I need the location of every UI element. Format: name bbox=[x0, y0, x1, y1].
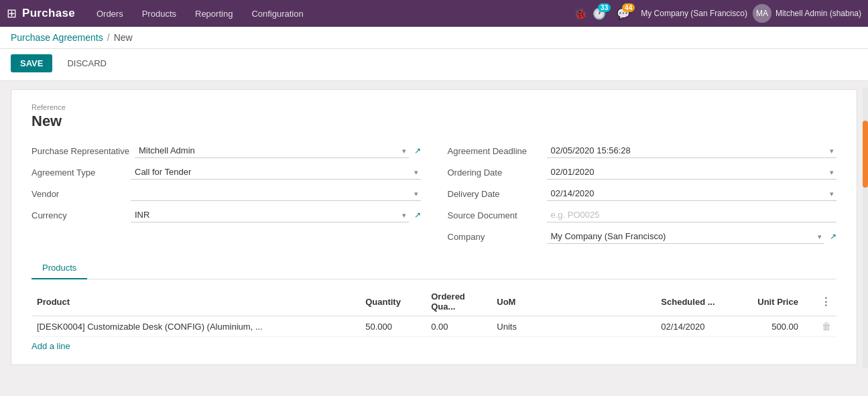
message-badge: 44 bbox=[622, 3, 635, 12]
agreement-deadline-field: 02/05/2020 15:56:28 bbox=[547, 143, 837, 158]
bug-icon[interactable]: 🐞 bbox=[574, 7, 587, 20]
company-select[interactable]: My Company (San Francisco) bbox=[547, 229, 825, 244]
agreement-type-select[interactable]: Call for Tender bbox=[131, 165, 421, 180]
cell-row-delete: 🗑 bbox=[804, 316, 836, 337]
currency-field: INR ↗ bbox=[131, 208, 421, 222]
currency-select[interactable]: INR bbox=[131, 208, 409, 222]
breadcrumb-current: New bbox=[114, 32, 133, 43]
app-brand[interactable]: Purchase bbox=[22, 7, 75, 20]
cell-uom: Units bbox=[491, 316, 656, 337]
currency-row: Currency INR ↗ bbox=[32, 208, 421, 222]
col-header-uom: UoM bbox=[491, 287, 656, 316]
source-document-row: Source Document bbox=[448, 208, 837, 222]
save-button[interactable]: SAVE bbox=[11, 54, 52, 72]
currency-label: Currency bbox=[32, 210, 125, 220]
form-right: Agreement Deadline 02/05/2020 15:56:28 O… bbox=[448, 143, 837, 244]
message-icon[interactable]: 💬 44 bbox=[617, 7, 630, 20]
agreement-deadline-select[interactable]: 02/05/2020 15:56:28 bbox=[547, 143, 837, 158]
ordering-date-row: Ordering Date 02/01/2020 bbox=[448, 165, 837, 180]
vendor-field bbox=[131, 186, 421, 201]
agreement-type-row: Agreement Type Call for Tender bbox=[32, 165, 421, 180]
top-nav: ⊞ Purchase Orders Products Reporting Con… bbox=[0, 0, 868, 27]
source-document-input[interactable] bbox=[547, 208, 837, 222]
action-bar: SAVE DISCARD bbox=[0, 49, 868, 81]
user-avatar: MA bbox=[753, 4, 771, 23]
topnav-right: 🐞 🕐 33 💬 44 My Company (San Francisco) M… bbox=[574, 4, 861, 23]
user-name: Mitchell Admin (shabna) bbox=[776, 9, 861, 18]
col-header-actions: ⋮ bbox=[804, 287, 836, 316]
col-header-ordered: Ordered Qua... bbox=[426, 287, 491, 316]
vendor-select[interactable] bbox=[131, 186, 421, 201]
reference-value: New bbox=[32, 113, 836, 130]
nav-configuration[interactable]: Configuration bbox=[243, 5, 311, 23]
agreement-deadline-label: Agreement Deadline bbox=[448, 146, 542, 156]
company-external-link[interactable]: ↗ bbox=[830, 232, 836, 241]
nav-orders[interactable]: Orders bbox=[88, 5, 131, 23]
table-header-row: Product Quantity Ordered Qua... UoM Sche… bbox=[32, 287, 836, 316]
currency-external-link[interactable]: ↗ bbox=[414, 210, 421, 220]
breadcrumb-separator: / bbox=[107, 32, 110, 43]
source-document-field bbox=[547, 208, 837, 222]
company-label: Company bbox=[448, 232, 542, 242]
purchase-rep-row: Purchase Representative Mitchell Admin ↗ bbox=[32, 143, 421, 158]
form-reference: Reference New bbox=[32, 103, 836, 130]
breadcrumb: Purchase Agreements / New bbox=[0, 27, 868, 49]
col-header-product: Product bbox=[32, 287, 360, 316]
col-header-price: Unit Price bbox=[738, 287, 804, 316]
grid-icon[interactable]: ⊞ bbox=[7, 6, 17, 21]
agreement-deadline-row: Agreement Deadline 02/05/2020 15:56:28 bbox=[448, 143, 837, 158]
tabs-bar: Products bbox=[32, 257, 836, 279]
table-row: [DESK0004] Customizable Desk (CONFIG) (A… bbox=[32, 316, 836, 337]
delivery-date-field: 02/14/2020 bbox=[547, 186, 837, 201]
breadcrumb-parent[interactable]: Purchase Agreements bbox=[11, 32, 103, 43]
purchase-rep-label: Purchase Representative bbox=[32, 146, 129, 156]
delivery-date-row: Delivery Date 02/14/2020 bbox=[448, 186, 837, 201]
source-document-label: Source Document bbox=[448, 210, 542, 220]
nav-reporting[interactable]: Reporting bbox=[187, 5, 241, 23]
table-kebab-icon[interactable]: ⋮ bbox=[820, 296, 831, 308]
user-menu[interactable]: MA Mitchell Admin (shabna) bbox=[753, 4, 861, 23]
form-grid: Purchase Representative Mitchell Admin ↗… bbox=[32, 143, 836, 244]
ordering-date-label: Ordering Date bbox=[448, 168, 542, 178]
activity-icon[interactable]: 🕐 33 bbox=[593, 7, 606, 20]
form-left: Purchase Representative Mitchell Admin ↗… bbox=[32, 143, 421, 244]
cell-unit-price: 500.00 bbox=[738, 316, 804, 337]
activity-badge: 33 bbox=[598, 3, 611, 12]
vendor-label: Vendor bbox=[32, 189, 125, 199]
cell-quantity: 50.000 bbox=[360, 316, 426, 337]
cell-ordered-qty: 0.00 bbox=[426, 316, 491, 337]
company-selector[interactable]: My Company (San Francisco) bbox=[641, 9, 747, 18]
ordering-date-field: 02/01/2020 bbox=[547, 165, 837, 180]
purchase-rep-select[interactable]: Mitchell Admin bbox=[135, 143, 409, 158]
agreement-type-field: Call for Tender bbox=[131, 165, 421, 180]
add-line-button[interactable]: Add a line bbox=[32, 341, 70, 351]
scrollbar-thumb[interactable] bbox=[863, 121, 868, 188]
delivery-date-select[interactable]: 02/14/2020 bbox=[547, 186, 837, 201]
cell-product[interactable]: [DESK0004] Customizable Desk (CONFIG) (A… bbox=[32, 316, 360, 337]
purchase-rep-field: Mitchell Admin ↗ bbox=[135, 143, 421, 158]
scrollbar-track[interactable] bbox=[863, 87, 868, 369]
vendor-row: Vendor bbox=[32, 186, 421, 201]
products-table: Product Quantity Ordered Qua... UoM Sche… bbox=[32, 287, 836, 337]
nav-menu: Orders Products Reporting Configuration bbox=[88, 5, 574, 23]
company-field: My Company (San Francisco) ↗ bbox=[547, 229, 837, 244]
discard-button[interactable]: DISCARD bbox=[58, 54, 116, 72]
ordering-date-select[interactable]: 02/01/2020 bbox=[547, 165, 837, 180]
company-row: Company My Company (San Francisco) ↗ bbox=[448, 229, 837, 244]
delivery-date-label: Delivery Date bbox=[448, 189, 542, 199]
main-form: Reference New Purchase Representative Mi… bbox=[11, 89, 857, 365]
cell-scheduled: 02/14/2020 bbox=[656, 316, 738, 337]
reference-label: Reference bbox=[32, 103, 836, 111]
agreement-type-label: Agreement Type bbox=[32, 168, 125, 178]
col-header-quantity: Quantity bbox=[360, 287, 426, 316]
col-header-scheduled: Scheduled ... bbox=[656, 287, 738, 316]
delete-row-icon[interactable]: 🗑 bbox=[822, 321, 831, 332]
nav-products[interactable]: Products bbox=[134, 5, 184, 23]
tab-products[interactable]: Products bbox=[32, 257, 87, 279]
purchase-rep-external-link[interactable]: ↗ bbox=[414, 146, 421, 155]
